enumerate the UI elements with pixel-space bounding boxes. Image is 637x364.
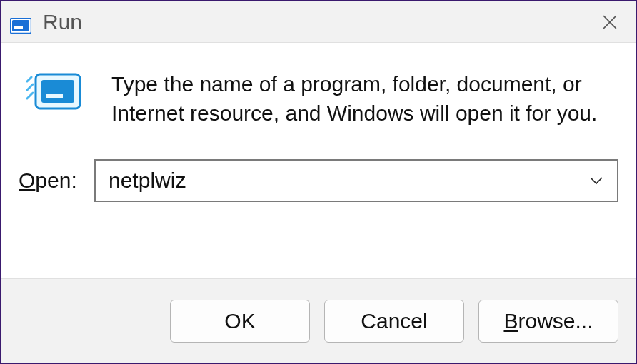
description-text: Type the name of a program, folder, docu… — [111, 70, 618, 128]
chevron-down-icon[interactable] — [586, 159, 607, 202]
svg-rect-2 — [14, 26, 23, 29]
svg-rect-7 — [46, 94, 63, 98]
window-title: Run — [43, 10, 82, 34]
run-large-icon — [26, 71, 83, 114]
svg-rect-1 — [12, 20, 29, 31]
run-dialog: Run Type the name of a program, folder, … — [0, 0, 637, 364]
run-icon — [10, 14, 31, 30]
cancel-button[interactable]: Cancel — [324, 300, 464, 343]
ok-button[interactable]: OK — [170, 300, 310, 343]
open-combobox[interactable] — [94, 159, 618, 202]
close-button[interactable] — [584, 1, 636, 43]
svg-rect-6 — [41, 80, 74, 103]
dialog-body: Type the name of a program, folder, docu… — [1, 43, 636, 278]
titlebar: Run — [1, 1, 636, 43]
dialog-footer: OK Cancel Browse... — [1, 278, 636, 363]
browse-button[interactable]: Browse... — [478, 300, 618, 343]
open-label: Open: — [19, 168, 84, 193]
open-input[interactable] — [94, 159, 618, 202]
